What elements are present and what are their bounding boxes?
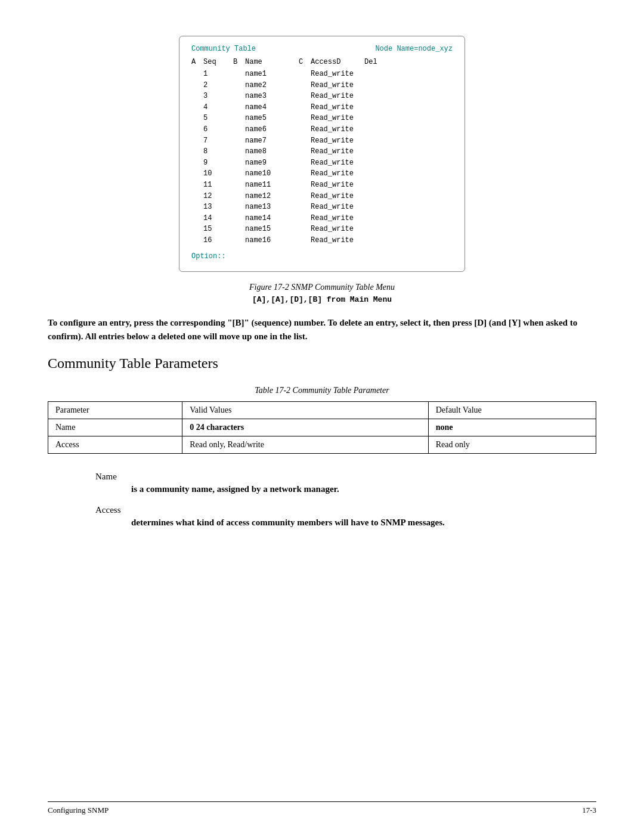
terminal-data-rows: 1 name1 Read_write 2 name2 Read_write 3 …: [191, 69, 453, 246]
row-c: [299, 113, 311, 124]
row-access: Read_write: [311, 102, 364, 113]
row-del: [364, 102, 388, 113]
row-name: name6: [245, 124, 299, 135]
row-c: [299, 202, 311, 213]
row-seq: 12: [203, 191, 233, 202]
default-cell: Read only: [428, 436, 596, 454]
row-b: [233, 91, 245, 102]
row-b: [233, 69, 245, 80]
row-seq: 7: [203, 135, 233, 147]
row-a: [191, 235, 203, 246]
sub-section-desc: determines what kind of access community…: [131, 518, 596, 528]
row-seq: 15: [203, 224, 233, 235]
row-name: name2: [245, 80, 299, 91]
terminal-row: 2 name2 Read_write: [191, 80, 453, 91]
row-c: [299, 168, 311, 179]
row-access: Read_write: [311, 235, 364, 246]
row-name: name8: [245, 146, 299, 157]
page-content: Community Table Node Name=node_xyz A Seq…: [0, 0, 644, 586]
row-access: Read_write: [311, 168, 364, 179]
row-name: name11: [245, 179, 299, 191]
row-del: [364, 191, 388, 202]
valid-cell: Read only, Read/write: [182, 436, 428, 454]
row-b: [233, 135, 245, 147]
row-del: [364, 91, 388, 102]
row-del: [364, 224, 388, 235]
terminal-header-row: A Seq B Name C AccessD Del: [191, 58, 453, 66]
row-b: [233, 113, 245, 124]
row-seq: 6: [203, 124, 233, 135]
default-col-header: Default Value: [428, 402, 596, 419]
row-seq: 2: [203, 80, 233, 91]
row-a: [191, 146, 203, 157]
row-a: [191, 102, 203, 113]
param-cell: Access: [48, 436, 182, 454]
col-c-header: C: [299, 58, 311, 66]
table-caption: Table 17-2 Community Table Parameter: [48, 386, 596, 395]
row-seq: 10: [203, 168, 233, 179]
col-del-header: Del: [364, 58, 388, 66]
figure-nav: [A],[A],[D],[B] from Main Menu: [48, 295, 596, 304]
col-a-header: A: [191, 58, 203, 66]
row-del: [364, 135, 388, 147]
param-table-row: Name0 24 charactersnone: [48, 419, 596, 436]
row-b: [233, 124, 245, 135]
row-access: Read_write: [311, 179, 364, 191]
row-del: [364, 213, 388, 224]
row-c: [299, 146, 311, 157]
row-b: [233, 168, 245, 179]
terminal-row: 11 name11 Read_write: [191, 179, 453, 191]
row-a: [191, 80, 203, 91]
sub-section-desc: is a community name, assigned by a netwo…: [131, 484, 596, 494]
row-c: [299, 91, 311, 102]
param-table: Parameter Valid Values Default Value Nam…: [48, 401, 596, 454]
row-b: [233, 224, 245, 235]
row-del: [364, 80, 388, 91]
row-seq: 16: [203, 235, 233, 246]
param-table-header-row: Parameter Valid Values Default Value: [48, 402, 596, 419]
row-del: [364, 146, 388, 157]
row-access: Read_write: [311, 146, 364, 157]
row-del: [364, 113, 388, 124]
row-name: name12: [245, 191, 299, 202]
row-c: [299, 135, 311, 147]
row-name: name13: [245, 202, 299, 213]
sub-section-label: Name: [95, 472, 596, 482]
row-c: [299, 191, 311, 202]
terminal-row: 16 name16 Read_write: [191, 235, 453, 246]
row-c: [299, 124, 311, 135]
body-paragraph: To configure an entry, press the corresp…: [48, 316, 596, 344]
terminal-option: Option::: [191, 252, 453, 261]
terminal-mockup: Community Table Node Name=node_xyz A Seq…: [179, 36, 465, 272]
row-name: name10: [245, 168, 299, 179]
row-b: [233, 179, 245, 191]
terminal-row: 8 name8 Read_write: [191, 146, 453, 157]
row-del: [364, 124, 388, 135]
row-name: name14: [245, 213, 299, 224]
sub-section-label: Access: [95, 505, 596, 515]
terminal-row: 7 name7 Read_write: [191, 135, 453, 147]
sub-section: Nameis a community name, assigned by a n…: [48, 472, 596, 494]
row-seq: 3: [203, 91, 233, 102]
param-table-body: Name0 24 charactersnoneAccessRead only, …: [48, 419, 596, 454]
page-footer: Configuring SNMP 17-3: [48, 801, 596, 815]
row-c: [299, 213, 311, 224]
row-a: [191, 168, 203, 179]
terminal-node-name: Node Name=node_xyz: [375, 45, 453, 53]
row-name: name16: [245, 235, 299, 246]
row-access: Read_write: [311, 80, 364, 91]
terminal-top-row: Community Table Node Name=node_xyz: [191, 45, 453, 53]
col-access-header: AccessD: [311, 58, 364, 66]
terminal-row: 1 name1 Read_write: [191, 69, 453, 80]
row-seq: 11: [203, 179, 233, 191]
row-access: Read_write: [311, 191, 364, 202]
row-a: [191, 91, 203, 102]
footer-right: 17-3: [582, 806, 596, 815]
row-del: [364, 69, 388, 80]
row-a: [191, 124, 203, 135]
row-name: name1: [245, 69, 299, 80]
row-a: [191, 69, 203, 80]
row-seq: 14: [203, 213, 233, 224]
row-a: [191, 135, 203, 147]
row-c: [299, 80, 311, 91]
